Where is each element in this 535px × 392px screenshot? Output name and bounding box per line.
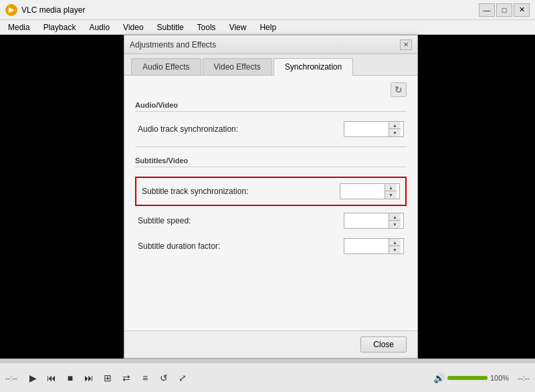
subtitle-duration-down[interactable]: ▼ — [389, 246, 401, 254]
menu-item-playback[interactable]: Playback — [38, 21, 82, 33]
audio-track-sync-row: Audio track synchronization: 0.000 s ▲ ▼ — [135, 121, 407, 137]
subtitle-speed-down[interactable]: ▼ — [389, 221, 401, 228]
maximize-button[interactable]: □ — [496, 3, 512, 17]
tab-video-effects[interactable]: Video Effects — [203, 58, 272, 75]
progress-bar[interactable] — [0, 359, 535, 363]
subtitle-speed-input[interactable]: 1.000 fps ▲ ▼ — [344, 213, 404, 229]
app-icon: ▶ — [5, 4, 17, 16]
subtitle-duration-up[interactable]: ▲ — [389, 239, 401, 246]
volume-container: 🔊 100% — [433, 373, 510, 383]
subtitle-speed-row: Subtitle speed: 1.000 fps ▲ ▼ — [135, 213, 407, 229]
prev-button[interactable]: ⏮ — [43, 370, 60, 386]
subtitle-duration-input[interactable]: 0.000 ▲ ▼ — [344, 238, 404, 254]
loop-button[interactable]: ↺ — [156, 370, 172, 386]
menu-item-help[interactable]: Help — [254, 21, 282, 33]
section-divider — [135, 146, 407, 147]
subtitle-speed-up[interactable]: ▲ — [389, 213, 401, 221]
subtitle-track-sync-up[interactable]: ▲ — [385, 184, 397, 191]
section-subtitles-video-label: Subtitles/Video — [135, 157, 407, 167]
dialog-footer: Close — [124, 330, 417, 358]
dialog-title-bar: Adjustments and Effects ✕ — [124, 35, 417, 54]
audio-track-sync-spinners: ▲ ▼ — [389, 122, 401, 136]
refresh-row: ↻ — [135, 82, 407, 97]
random-button[interactable]: ⤢ — [175, 370, 191, 386]
audio-track-sync-input[interactable]: 0.000 s ▲ ▼ — [344, 121, 404, 137]
volume-fill — [447, 376, 488, 380]
app-title: VLC media player — [21, 5, 479, 15]
close-dialog-button[interactable]: Close — [360, 336, 407, 353]
menu-bar: MediaPlaybackAudioVideoSubtitleToolsView… — [0, 20, 535, 35]
tab-audio-effects[interactable]: Audio Effects — [131, 58, 201, 75]
menu-item-subtitle[interactable]: Subtitle — [152, 21, 189, 33]
audio-track-sync-up[interactable]: ▲ — [389, 122, 401, 129]
subtitle-duration-label: Subtitle duration factor: — [138, 241, 344, 251]
subtitle-speed-spinners: ▲ ▼ — [389, 213, 401, 228]
subtitle-track-sync-input[interactable]: 0.000 s ▲ ▼ — [340, 183, 400, 199]
subtitle-track-sync-value[interactable]: 0.000 s — [340, 185, 385, 197]
list-button[interactable]: ≡ — [137, 370, 153, 386]
menu-item-video[interactable]: Video — [118, 21, 148, 33]
next-button[interactable]: ⏭ — [81, 370, 97, 386]
dialog-close-icon[interactable]: ✕ — [400, 39, 412, 50]
subtitle-track-sync-down[interactable]: ▼ — [385, 191, 397, 199]
play-button[interactable]: ▶ — [25, 370, 41, 386]
dialog-content: ↻ Audio/Video Audio track synchronizatio… — [124, 76, 417, 270]
window-controls: — □ ✕ — [479, 3, 530, 17]
section-audio-video-label: Audio/Video — [135, 101, 407, 112]
audio-track-sync-label: Audio track synchronization: — [138, 124, 344, 134]
volume-icon: 🔊 — [433, 373, 445, 383]
main-area: Adjustments and Effects ✕ Audio Effects … — [0, 35, 535, 359]
volume-label: 100% — [490, 374, 510, 382]
stop-button[interactable]: ■ — [62, 370, 78, 386]
close-button[interactable]: ✕ — [514, 3, 530, 17]
time-elapsed: --:-- — [5, 374, 22, 382]
title-bar: ▶ VLC media player — □ ✕ — [0, 0, 535, 20]
controls-row: --:-- ▶ ⏮ ■ ⏭ ⊞ ⇄ ≡ ↺ ⤢ 🔊 100% --:-- — [0, 363, 535, 392]
subtitle-duration-row: Subtitle duration factor: 0.000 ▲ ▼ — [135, 238, 407, 254]
menu-item-view[interactable]: View — [224, 21, 252, 33]
tab-bar: Audio Effects Video Effects Synchronizat… — [124, 54, 417, 76]
audio-track-sync-down[interactable]: ▼ — [389, 129, 401, 136]
dialog-title: Adjustments and Effects — [130, 40, 400, 50]
tab-synchronization[interactable]: Synchronization — [274, 58, 353, 76]
volume-bar[interactable] — [447, 376, 488, 380]
menu-item-tools[interactable]: Tools — [192, 21, 221, 33]
time-remaining: --:-- — [513, 374, 530, 382]
sync-button[interactable]: ⇄ — [118, 370, 134, 386]
frame-button[interactable]: ⊞ — [100, 370, 116, 386]
subtitle-track-sync-row: Subtitle track synchronization: 0.000 s … — [139, 183, 403, 199]
subtitle-speed-label: Subtitle speed: — [138, 216, 344, 225]
minimize-button[interactable]: — — [479, 3, 495, 17]
subtitle-speed-value[interactable]: 1.000 fps — [344, 215, 389, 227]
video-area-left — [0, 35, 124, 359]
subtitle-duration-value[interactable]: 0.000 — [344, 240, 389, 252]
subtitle-duration-spinners: ▲ ▼ — [389, 239, 401, 254]
menu-item-media[interactable]: Media — [3, 21, 35, 33]
audio-track-sync-value[interactable]: 0.000 s — [344, 123, 389, 135]
subtitle-track-sync-label: Subtitle track synchronization: — [142, 187, 340, 196]
adjustments-dialog: Adjustments and Effects ✕ Audio Effects … — [124, 35, 418, 359]
menu-item-audio[interactable]: Audio — [84, 21, 115, 33]
subtitle-track-sync-spinners: ▲ ▼ — [385, 184, 397, 199]
control-bar: --:-- ▶ ⏮ ■ ⏭ ⊞ ⇄ ≡ ↺ ⤢ 🔊 100% --:-- — [0, 359, 535, 392]
refresh-button[interactable]: ↻ — [391, 82, 407, 97]
subtitle-track-sync-highlighted: Subtitle track synchronization: 0.000 s … — [135, 177, 407, 206]
